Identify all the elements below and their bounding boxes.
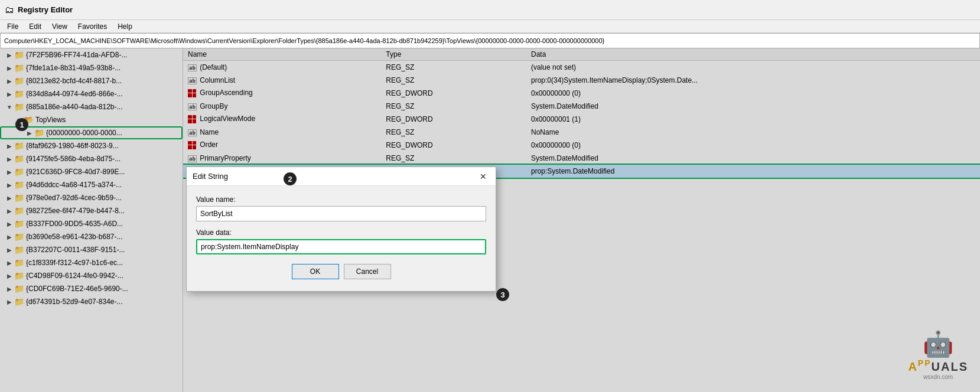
edit-string-dialog: Edit String ✕ Value name: Value data: OK… bbox=[186, 166, 496, 292]
main-content: ▶ 📁 {7F2F5B96-FF74-41da-AFD8-... ▶ 📁 {7f… bbox=[0, 48, 980, 392]
dialog-body: Value name: Value data: OK Cancel bbox=[187, 186, 496, 291]
menu-edit[interactable]: Edit bbox=[24, 21, 46, 32]
cancel-button[interactable]: Cancel bbox=[344, 264, 391, 279]
app-icon: 🗂 bbox=[5, 5, 14, 15]
menu-file[interactable]: File bbox=[2, 21, 23, 32]
value-data-input[interactable] bbox=[196, 239, 486, 254]
menu-view[interactable]: View bbox=[47, 21, 72, 32]
dialog-overlay: Edit String ✕ Value name: Value data: OK… bbox=[0, 48, 980, 392]
ok-button[interactable]: OK bbox=[292, 264, 339, 279]
value-data-label: Value data: bbox=[196, 228, 486, 237]
menu-bar: File Edit View Favorites Help bbox=[0, 20, 980, 33]
title-bar: 🗂 Registry Editor bbox=[0, 0, 980, 20]
value-name-input[interactable] bbox=[196, 206, 486, 221]
annotation-circle-2: 2 bbox=[284, 172, 297, 185]
dialog-buttons: OK Cancel bbox=[196, 262, 486, 284]
dialog-title: Edit String bbox=[193, 172, 228, 181]
dialog-close-button[interactable]: ✕ bbox=[477, 170, 490, 183]
menu-favorites[interactable]: Favorites bbox=[73, 21, 112, 32]
annotation-circle-3: 3 bbox=[496, 288, 509, 301]
address-bar: Computer\HKEY_LOCAL_MACHINE\SOFTWARE\Mic… bbox=[0, 33, 980, 48]
annotation-circle-1: 1 bbox=[15, 118, 28, 131]
menu-help[interactable]: Help bbox=[113, 21, 137, 32]
address-path: Computer\HKEY_LOCAL_MACHINE\SOFTWARE\Mic… bbox=[4, 37, 604, 44]
value-name-label: Value name: bbox=[196, 195, 486, 204]
dialog-titlebar: Edit String ✕ bbox=[187, 167, 496, 186]
window-title: Registry Editor bbox=[18, 5, 73, 14]
